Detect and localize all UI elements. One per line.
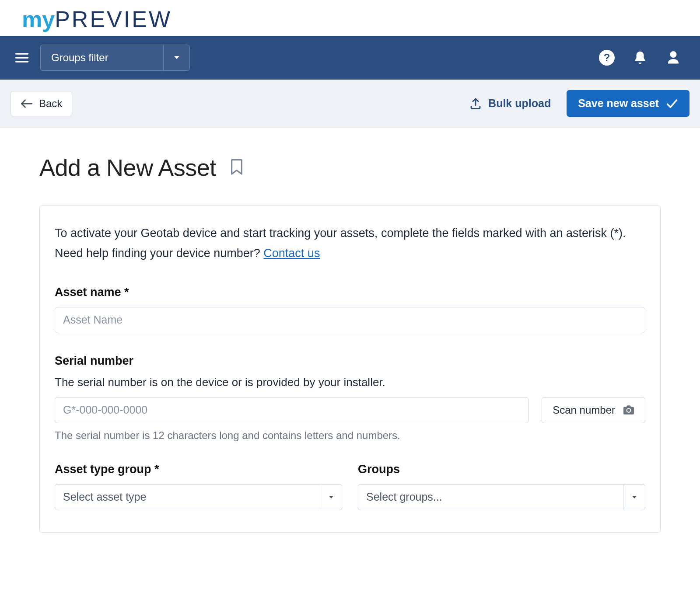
bulk-upload-button[interactable]: Bulk upload bbox=[469, 97, 551, 110]
main-content: Add a New Asset To activate your Geotab … bbox=[0, 128, 700, 550]
logo-part-preview: PREVIEW bbox=[55, 7, 172, 32]
camera-icon bbox=[623, 405, 634, 415]
form-card: To activate your Geotab device and start… bbox=[39, 206, 661, 533]
caret-down-icon bbox=[632, 495, 637, 499]
caret-down-icon bbox=[174, 56, 180, 60]
groups-filter-label: Groups filter bbox=[41, 45, 163, 70]
asset-type-label: Asset type group * bbox=[55, 463, 342, 476]
caret-down-icon bbox=[329, 495, 334, 499]
field-asset-type: Asset type group * Select asset type bbox=[55, 463, 342, 510]
bulk-upload-label: Bulk upload bbox=[488, 97, 551, 110]
page-title-row: Add a New Asset bbox=[39, 154, 661, 181]
groups-label: Groups bbox=[358, 463, 645, 476]
serial-number-hint: The serial number is 12 characters long … bbox=[55, 429, 645, 442]
groups-select[interactable]: Select groups... bbox=[358, 484, 645, 510]
intro-text-body: To activate your Geotab device and start… bbox=[55, 227, 626, 260]
groups-filter-dropdown[interactable]: Groups filter bbox=[40, 45, 190, 71]
asset-name-input[interactable] bbox=[55, 307, 645, 333]
page-title: Add a New Asset bbox=[39, 154, 216, 181]
help-icon: ? bbox=[599, 50, 615, 66]
upload-icon bbox=[469, 97, 482, 110]
field-asset-name: Asset name * bbox=[55, 286, 645, 333]
serial-number-label: Serial number bbox=[55, 354, 645, 368]
user-menu-button[interactable] bbox=[665, 49, 682, 66]
scan-number-button[interactable]: Scan number bbox=[542, 397, 645, 423]
asset-type-select[interactable]: Select asset type bbox=[55, 484, 342, 510]
action-bar: Back Bulk upload Save new asset bbox=[0, 80, 700, 128]
two-column-row: Asset type group * Select asset type Gro… bbox=[55, 463, 645, 510]
user-icon bbox=[665, 50, 681, 66]
scan-number-label: Scan number bbox=[553, 404, 615, 416]
asset-type-placeholder: Select asset type bbox=[55, 484, 320, 510]
logo: myPREVIEW bbox=[22, 6, 678, 32]
brand-header: myPREVIEW bbox=[0, 0, 700, 36]
serial-number-row: Scan number bbox=[55, 397, 645, 423]
logo-part-my: my bbox=[22, 7, 55, 32]
bookmark-icon bbox=[229, 158, 244, 175]
bookmark-button[interactable] bbox=[229, 158, 244, 177]
asset-name-label: Asset name * bbox=[55, 286, 645, 299]
field-groups: Groups Select groups... bbox=[358, 463, 645, 510]
arrow-left-icon bbox=[21, 99, 33, 108]
hamburger-icon bbox=[14, 50, 30, 66]
serial-number-input[interactable] bbox=[55, 397, 528, 423]
intro-text: To activate your Geotab device and start… bbox=[55, 223, 645, 264]
groups-caret bbox=[623, 484, 645, 510]
serial-number-help: The serial number is on the device or is… bbox=[55, 376, 645, 389]
save-button-label: Save new asset bbox=[578, 97, 659, 110]
menu-button[interactable] bbox=[13, 49, 31, 66]
save-new-asset-button[interactable]: Save new asset bbox=[567, 90, 690, 117]
top-nav: Groups filter ? bbox=[0, 36, 700, 80]
groups-filter-caret bbox=[163, 45, 189, 70]
top-nav-left: Groups filter bbox=[13, 45, 190, 71]
bell-icon bbox=[633, 50, 648, 65]
action-bar-right: Bulk upload Save new asset bbox=[469, 90, 690, 117]
back-button-label: Back bbox=[39, 98, 62, 110]
back-button[interactable]: Back bbox=[10, 91, 72, 116]
check-icon bbox=[666, 99, 678, 108]
field-serial-number: Serial number The serial number is on th… bbox=[55, 354, 645, 442]
groups-placeholder: Select groups... bbox=[358, 484, 623, 510]
asset-type-caret bbox=[320, 484, 342, 510]
contact-us-link[interactable]: Contact us bbox=[263, 247, 320, 260]
top-nav-right: ? bbox=[598, 49, 687, 66]
notifications-button[interactable] bbox=[632, 49, 648, 66]
help-button[interactable]: ? bbox=[598, 49, 615, 66]
